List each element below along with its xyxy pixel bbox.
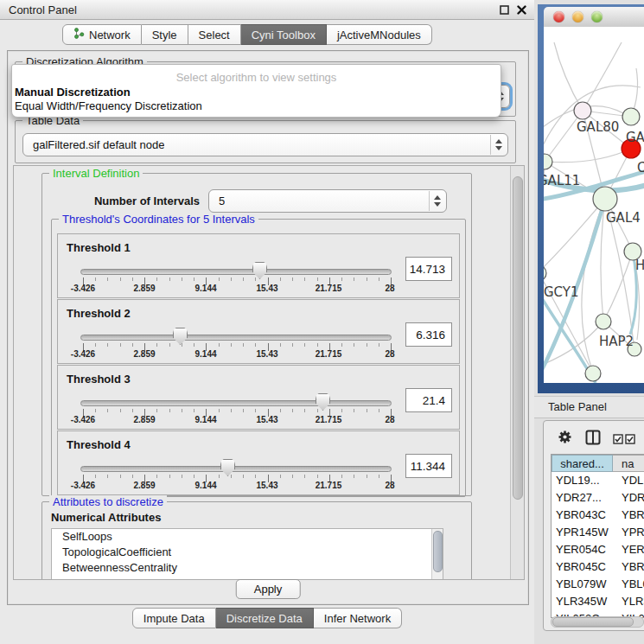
node-hap2[interactable] bbox=[596, 314, 611, 329]
threshold-3-slider[interactable]: -3.426 2.859 9.144 15.43 21.715 28 bbox=[58, 366, 404, 429]
network-canvas[interactable]: GAL80 GA C GAL11 GAL4 GCY1 H HAP2 bbox=[544, 27, 644, 383]
settings-vertical-scrollbar[interactable] bbox=[510, 166, 524, 579]
tab-select-label: Select bbox=[199, 29, 230, 41]
threshold-2-slider-thumb[interactable] bbox=[173, 328, 188, 345]
list-item[interactable]: SelfLoops bbox=[52, 529, 443, 545]
threshold-4-row: Threshold 4 -3.426 2.859 9.144 15.43 21.… bbox=[57, 430, 460, 495]
table-horizontal-scrollbar-thumb[interactable] bbox=[552, 617, 634, 627]
table-cell[interactable]: YDR27... bbox=[552, 489, 613, 507]
table-horizontal-scrollbar[interactable] bbox=[551, 616, 644, 628]
list-item[interactable]: TopologicalCoefficient bbox=[52, 545, 443, 560]
column-header-name[interactable]: na bbox=[613, 455, 644, 472]
table-cell[interactable]: YER054C bbox=[552, 541, 613, 558]
column-header-shared-name[interactable]: shared... bbox=[552, 455, 613, 472]
table-row[interactable]: YBR043CYBR0 bbox=[552, 507, 644, 524]
number-of-intervals-combobox[interactable]: 5 bbox=[208, 189, 447, 213]
close-icon[interactable] bbox=[515, 3, 527, 16]
threshold-2-value-field[interactable] bbox=[405, 322, 452, 347]
table-panel-header: Table Panel bbox=[534, 396, 644, 418]
tab-cyni-toolbox[interactable]: Cyni Toolbox bbox=[241, 24, 327, 45]
table-row[interactable]: YDR27...YDR2 bbox=[552, 489, 644, 507]
tab-style[interactable]: Style bbox=[142, 24, 188, 45]
threshold-3-slider-thumb[interactable] bbox=[316, 393, 330, 411]
numerical-attributes-list[interactable]: SelfLoops TopologicalCoefficient Between… bbox=[51, 528, 443, 580]
threshold-2-slider[interactable]: -3.426 2.859 9.144 15.43 21.715 28 bbox=[58, 300, 404, 363]
tab-discretize-data[interactable]: Discretize Data bbox=[216, 608, 314, 628]
table-cell[interactable]: YBL079W bbox=[552, 576, 613, 593]
minimize-traffic-light-button[interactable] bbox=[572, 11, 583, 22]
tab-jactivemnodules[interactable]: jActiveMNodules bbox=[327, 24, 432, 45]
attributes-list-scrollbar[interactable] bbox=[431, 529, 443, 580]
threshold-2-slider-track[interactable] bbox=[80, 335, 392, 341]
threshold-3-slider-track[interactable] bbox=[80, 400, 392, 406]
split-table-icon[interactable] bbox=[585, 430, 601, 449]
tab-select[interactable]: Select bbox=[188, 24, 241, 45]
gear-icon[interactable] bbox=[558, 430, 572, 448]
node-gal4[interactable] bbox=[593, 187, 617, 211]
threshold-1-slider-track[interactable] bbox=[80, 269, 392, 275]
table-cell[interactable]: YDL1 bbox=[613, 472, 644, 489]
table-row[interactable]: YDL19...YDL1 bbox=[552, 472, 644, 489]
table-cell[interactable]: YLR345W bbox=[552, 593, 613, 610]
table-cell[interactable]: YER0 bbox=[613, 541, 644, 558]
table-cell[interactable]: YDL19... bbox=[552, 472, 613, 489]
table-row[interactable]: YER054CYER0 bbox=[552, 541, 644, 558]
table-cell[interactable]: YDR2 bbox=[613, 489, 644, 507]
node-gcy1[interactable] bbox=[544, 265, 546, 281]
table-cell[interactable]: YBR0 bbox=[613, 558, 644, 576]
threshold-4-value-field[interactable] bbox=[405, 454, 452, 478]
tab-network[interactable]: Network bbox=[62, 24, 142, 45]
zoom-traffic-light-button[interactable] bbox=[591, 11, 603, 22]
apply-button[interactable]: Apply bbox=[236, 579, 301, 599]
attributes-list-scrollbar-thumb[interactable] bbox=[433, 531, 443, 572]
threshold-4-slider-track[interactable] bbox=[80, 466, 392, 472]
tick-label: 9.144 bbox=[194, 481, 216, 490]
algorithm-option-equal-width[interactable]: Equal Width/Frequency Discretization bbox=[15, 99, 202, 112]
table-row[interactable]: YBR045CYBR0 bbox=[552, 558, 644, 576]
table-cell[interactable]: YBL0 bbox=[613, 576, 644, 593]
checkbox-icon[interactable] bbox=[625, 432, 635, 448]
node-label-hap2: HAP2 bbox=[599, 334, 634, 349]
number-of-intervals-stepper[interactable] bbox=[429, 191, 445, 211]
close-traffic-light-button[interactable] bbox=[553, 11, 564, 22]
settings-vertical-scrollbar-thumb[interactable] bbox=[513, 176, 523, 500]
threshold-1-slider-thumb[interactable] bbox=[252, 262, 267, 279]
table-cell[interactable]: YBR0 bbox=[613, 507, 644, 524]
network-icon bbox=[73, 28, 85, 41]
node-partial-top-right[interactable] bbox=[622, 108, 640, 125]
table-data-combobox[interactable]: galFiltered.sif default node bbox=[22, 133, 508, 156]
list-item[interactable]: BetweennessCentrality bbox=[52, 560, 443, 576]
network-window-titlebar[interactable] bbox=[544, 7, 644, 28]
table-row[interactable]: YLR345WYLR3 bbox=[552, 593, 644, 610]
tab-infer-network[interactable]: Infer Network bbox=[314, 608, 402, 628]
algorithm-option-manual[interactable]: Manual Discretization bbox=[15, 86, 131, 99]
table-cell[interactable]: YPR1 bbox=[613, 524, 644, 541]
threshold-1-value-field[interactable] bbox=[405, 257, 452, 281]
threshold-4-slider-thumb[interactable] bbox=[220, 459, 235, 476]
tick-label: 9.144 bbox=[194, 284, 216, 293]
float-window-icon[interactable] bbox=[498, 3, 510, 16]
node-gal11[interactable] bbox=[544, 154, 552, 169]
tick-label: 2.859 bbox=[133, 415, 155, 424]
threshold-1-slider[interactable]: -3.426 2.859 9.144 15.43 21.715 28 bbox=[58, 234, 404, 297]
table-cell[interactable]: YBR043C bbox=[552, 507, 613, 524]
table-row[interactable]: YPR145WYPR1 bbox=[552, 524, 644, 541]
node-gal80[interactable] bbox=[574, 102, 591, 119]
table-cell[interactable]: YBR045C bbox=[552, 558, 613, 576]
top-tab-bar: Network Style Select Cyni Toolbox jActiv… bbox=[62, 24, 432, 45]
algorithm-placeholder: Select algorithm to view settings bbox=[12, 71, 501, 84]
node-partial-bottom[interactable] bbox=[585, 366, 601, 381]
tab-cyni-toolbox-label: Cyni Toolbox bbox=[252, 29, 316, 41]
threshold-3-value-field[interactable] bbox=[405, 388, 452, 412]
table-cell[interactable]: YLR3 bbox=[613, 593, 644, 610]
panel-title: Control Panel bbox=[9, 3, 77, 16]
table-cell[interactable]: YPR145W bbox=[552, 524, 613, 541]
table-data-combobox-stepper[interactable] bbox=[490, 135, 507, 155]
tab-impute-data[interactable]: Impute Data bbox=[132, 608, 216, 628]
checkbox-icon[interactable] bbox=[613, 432, 623, 448]
table-row[interactable]: YBL079WYBL0 bbox=[552, 576, 644, 593]
threshold-4-slider[interactable]: -3.426 2.859 9.144 15.43 21.715 28 bbox=[58, 431, 404, 494]
attributes-group: Attributes to discretize Numerical Attri… bbox=[41, 501, 472, 580]
number-of-intervals-label: Number of Intervals bbox=[68, 194, 200, 207]
thresholds-group: Threshold's Coordinates for 5 Intervals … bbox=[51, 219, 466, 497]
